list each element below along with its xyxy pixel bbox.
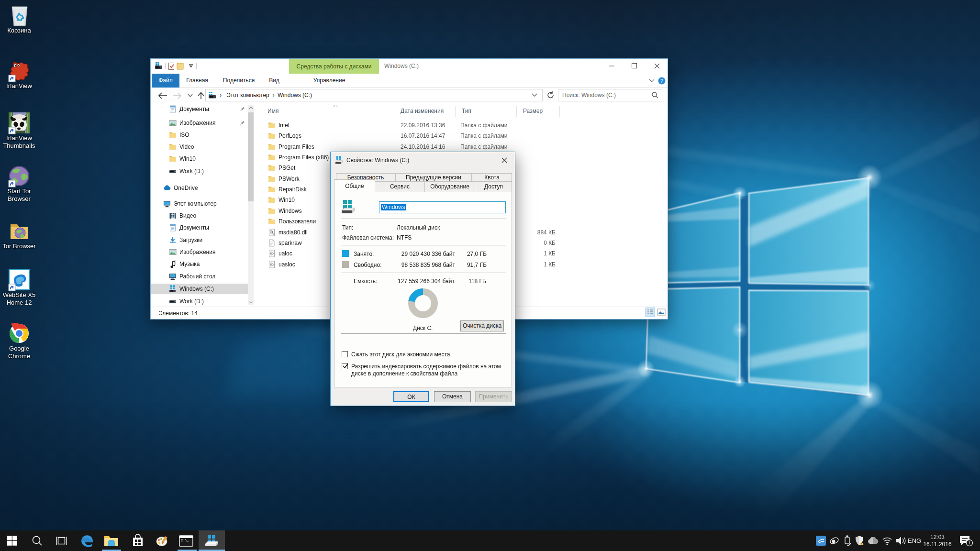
svg-text:C:\_: C:\_ xyxy=(181,539,189,542)
svg-text:1: 1 xyxy=(969,540,971,545)
svg-text:?: ? xyxy=(660,78,663,84)
